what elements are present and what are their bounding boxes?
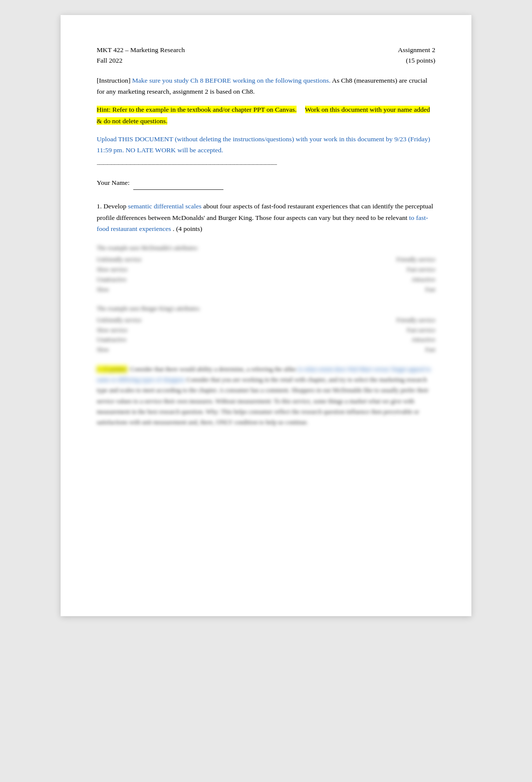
document-header: MKT 422 – Marketing Research Fall 2022 A… [97,45,435,66]
semantic-table-2: Unfriendly serviceSlow serviceUnattracti… [97,316,435,355]
semantic-right-2: Friendly serviceFast serviceAttractiveFa… [396,316,435,355]
points-label: (15 points) [398,56,435,66]
semantic-left-2: Unfriendly serviceSlow serviceUnattracti… [97,316,142,355]
blurred-semantic-section-2: The example uses Burger King's attribute… [97,304,435,355]
header-right: Assignment 2 (15 points) [398,45,435,66]
your-name-label: Your Name: [97,179,130,186]
instruction-block: [Instruction] Make sure you study Ch 8 B… [97,75,435,98]
blurred-header-1: The example uses McDonalds's attributes: [97,243,435,253]
q2-blurred-text: 2. (5 points) Consider that there would … [97,364,435,428]
q1-blue-link: semantic differential scales [128,202,202,210]
q1-number: 1. [97,202,102,210]
semantic-right-1: Friendly serviceFast serviceAttractiveFa… [396,255,435,295]
semantic-left-1: Unfriendly serviceSlow serviceUnattracti… [97,255,142,295]
document-page: MKT 422 – Marketing Research Fall 2022 A… [61,15,471,616]
instruction-blue-text: Make sure you study Ch 8 BEFORE working … [132,77,331,84]
course-title: MKT 422 – Marketing Research [97,45,185,56]
blurred-semantic-section-1: The example uses McDonalds's attributes:… [97,243,435,295]
semester: Fall 2022 [97,56,185,66]
q1-text-end: . (4 points) [171,225,202,232]
hint-yellow-text: Hint: Refer to the example in the textbo… [97,106,297,113]
question-2-block: 2. (5 points) Consider that there would … [97,364,435,428]
question-1-block: 1. Develop semantic differential scales … [97,201,435,234]
blurred-header-2: The example uses Burger King's attribute… [97,304,435,314]
divider-line: ----------------------------------------… [97,161,435,167]
hint-block: Hint: Refer to the example in the textbo… [97,104,435,127]
your-name-field: Your Name: [97,176,435,190]
assignment-label: Assignment 2 [398,45,435,56]
name-underline[interactable] [133,176,223,190]
instruction-prefix: [Instruction] [97,77,132,84]
upload-block: Upload THIS DOCUMENT (without deleting t… [97,134,435,156]
q1-text-before: Develop [102,202,128,210]
upload-text: Upload THIS DOCUMENT (without deleting t… [97,135,430,154]
semantic-table-1: Unfriendly serviceSlow serviceUnattracti… [97,255,435,295]
header-left: MKT 422 – Marketing Research Fall 2022 [97,45,185,66]
